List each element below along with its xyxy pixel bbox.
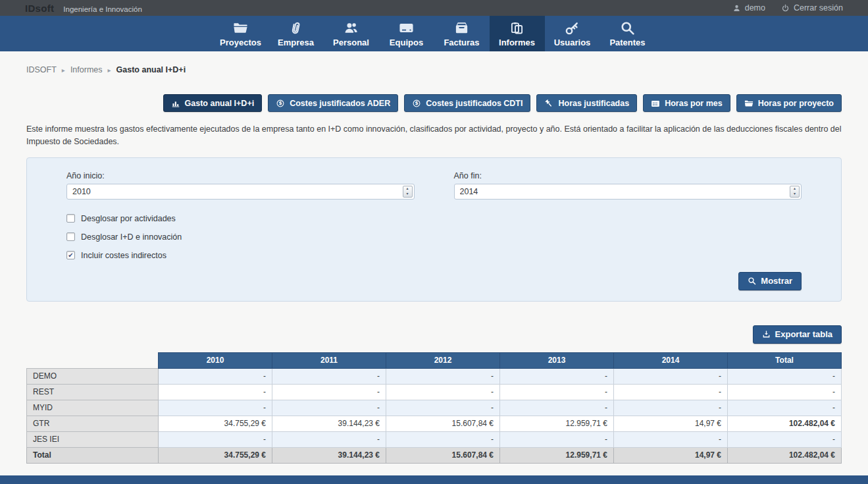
breadcrumb-separator-icon: ▸ [62,67,65,74]
tab-label: Horas por mes [665,99,723,108]
data-cell: 102.482,04 € [728,447,842,463]
table-corner-cell [27,352,159,368]
year-end-group: Año fin: ▴▾ [454,171,802,200]
gavel-icon [544,99,553,108]
data-cell: - [500,368,614,384]
row-label: DEMO [27,368,159,384]
data-cell: - [159,368,272,384]
nav-label: Empresa [278,38,314,47]
table-head: 20102011201220132014Total [27,352,842,368]
nav-label: Proyectos [220,38,261,47]
year-start-label: Año inicio: [66,171,415,180]
checkbox-unchecked-icon[interactable] [66,232,75,241]
table-row-total: Total34.755,29 €39.144,23 €15.607,84 €12… [27,447,842,463]
breadcrumb-item-informes[interactable]: Informes [70,65,103,74]
table-row-jes-iei: JES IEI------ [27,431,842,447]
tab-label: Horas justificadas [558,99,629,108]
nav-item-informes[interactable]: Informes [490,16,545,51]
year-end-field[interactable] [455,184,802,199]
checkbox-unchecked-icon[interactable] [66,214,75,223]
svg-text:$: $ [279,100,282,106]
breadcrumb-item-gasto-anual-i-d-i: Gasto anual I+D+i [116,65,186,74]
main-content: IDSOFT▸Informes▸Gasto anual I+D+i Gasto … [0,65,868,464]
checkbox-incluir-costes-indirectos[interactable]: Incluir costes indirectos [66,251,166,260]
year-start-field[interactable] [67,184,414,199]
archive-icon [454,20,469,36]
bar-chart-icon [171,99,180,108]
main-nav: ProyectosEmpresaPersonalEquiposFacturasI… [0,16,868,51]
data-cell: - [159,400,272,416]
data-cell: - [614,431,728,447]
table-row-demo: DEMO------ [27,368,842,384]
exportar-label: Exportar tabla [775,329,832,339]
data-cell: 14,97 € [614,416,728,431]
exportar-tabla-button[interactable]: Exportar tabla [753,325,842,344]
year-start-input[interactable]: ▴▾ [66,184,415,200]
mostrar-button[interactable]: Mostrar [738,272,802,290]
data-cell: - [159,431,272,447]
year-end-input[interactable]: ▴▾ [454,184,802,200]
data-cell: 39.144,23 € [272,447,386,463]
hdd-icon [399,20,414,36]
nav-item-facturas[interactable]: Facturas [434,16,490,51]
column-header-2012: 2012 [386,352,500,368]
table-row-rest: REST------ [27,384,842,400]
tab-label: Horas por proyecto [758,99,834,108]
tab-horas-justificadas[interactable]: Horas justificadas [536,94,637,112]
data-cell: 34.755,29 € [159,416,272,431]
data-cell: - [386,384,500,400]
tab-horas-por-proyecto[interactable]: Horas por proyecto [736,94,842,112]
data-cell: 102.482,04 € [728,416,842,431]
panel-actions: Mostrar [66,272,802,290]
tab-horas-por-mes[interactable]: Horas por mes [643,94,730,112]
column-header-2011: 2011 [272,352,386,368]
tab-label: Costes justificados ADER [290,99,390,108]
data-cell: - [159,384,272,400]
data-cell: 15.607,84 € [386,416,500,431]
checkbox-label: Incluir costes indirectos [81,251,166,260]
nav-item-empresa[interactable]: Empresa [268,16,324,51]
nav-label: Patentes [609,38,645,47]
spinner-up-down-icon[interactable]: ▴▾ [790,186,800,198]
data-cell: - [272,431,386,447]
logout-button[interactable]: Cerrar sesión [781,3,843,13]
checkbox-desglosar-por-actividades[interactable]: Desglosar por actividades [66,214,176,223]
folder-icon [744,99,753,108]
year-start-group: Año inicio: ▴▾ [66,171,415,200]
data-cell: - [728,431,842,447]
data-cell: - [272,384,386,400]
filter-panel: Año inicio: ▴▾ Año fin: ▴▾ Desglosar por… [26,157,842,302]
data-cell: - [386,368,500,384]
tab-costes-justificados-ader[interactable]: $Costes justificados ADER [268,94,398,112]
checkbox-checked-icon[interactable] [66,251,75,259]
checkbox-desglosar-i-d-e-innovacion[interactable]: Desglosar I+D e innovación [66,232,182,242]
data-cell: 12.959,71 € [500,447,614,463]
nav-item-patentes[interactable]: Patentes [600,16,655,51]
data-cell: - [614,400,728,416]
data-cell: 39.144,23 € [272,416,386,431]
nav-item-usuarios[interactable]: Usuarios [545,16,600,51]
topbar-right: demo Cerrar sesión [732,3,843,13]
checkbox-label: Desglosar I+D e innovación [81,232,182,242]
table-body: DEMO------REST------MYID------GTR34.755,… [27,368,842,463]
tab-costes-justificados-cdti[interactable]: $Costes justificados CDTI [404,94,530,112]
spinner-up-down-icon[interactable]: ▴▾ [403,186,413,198]
app-tagline: Ingeniería e Innovación [63,5,142,13]
data-cell: - [386,400,500,416]
app-logo: IDsoft [25,3,54,14]
nav-item-proyectos[interactable]: Proyectos [213,16,268,51]
nav-item-equipos[interactable]: Equipos [379,16,434,51]
folder-icon [233,20,248,36]
breadcrumb-item-idsoft[interactable]: IDSOFT [26,65,57,74]
nav-label: Informes [499,38,535,47]
nav-label: Facturas [444,38,479,47]
power-icon [781,4,790,13]
users-icon [344,20,359,36]
export-row: Exportar tabla [26,325,842,344]
user-menu[interactable]: demo [732,3,765,13]
filter-columns: Año inicio: ▴▾ Año fin: ▴▾ [66,171,802,200]
nav-item-personal[interactable]: Personal [324,16,379,51]
key-icon [565,20,580,36]
tab-gasto-anual-i-d-i[interactable]: Gasto anual I+D+i [163,94,263,112]
logout-label: Cerrar sesión [794,3,843,13]
